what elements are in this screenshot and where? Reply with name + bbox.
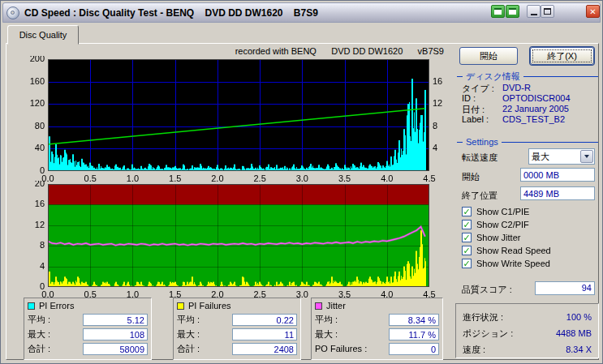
- checkbox-label: Show Jitter: [476, 233, 520, 242]
- speed-label: 速度 :: [463, 344, 485, 356]
- progress-label: 進行状況 :: [463, 311, 503, 323]
- position-value: 4488 MB: [556, 328, 592, 338]
- stat-value: 0.22: [232, 314, 297, 326]
- window-title: CD Speed : Disc Quality Test - BENQ DVD …: [24, 7, 318, 19]
- checkmark-icon: ✓: [463, 208, 470, 216]
- stat-label: 合計 :: [177, 343, 200, 355]
- start-button[interactable]: 開始: [459, 47, 518, 65]
- checkbox-box[interactable]: ✓: [462, 220, 472, 229]
- stat-label: 最大 :: [177, 328, 200, 340]
- stat-value: 58009: [83, 343, 148, 355]
- checkbox-box[interactable]: ✓: [462, 259, 472, 268]
- checkbox-box[interactable]: ✓: [462, 246, 472, 255]
- stat-value: 2408: [232, 343, 297, 355]
- pi-errors-legend-swatch: [28, 302, 35, 310]
- cd-icon: [6, 6, 19, 19]
- end-position-label: 終了位置: [462, 190, 497, 202]
- checkbox-label: Show C1/PIE: [476, 207, 529, 216]
- stat-label: 平均 :: [315, 314, 338, 326]
- stat-value: 8.34 %: [389, 314, 439, 326]
- checkbox-show-read-speed[interactable]: ✓ Show Read Speed: [462, 245, 551, 256]
- checkbox-label: Show Read Speed: [476, 246, 551, 255]
- quality-score-label: 品質スコア :: [462, 284, 512, 296]
- mini-window-icon: [494, 8, 502, 15]
- stat-value: 11: [232, 328, 297, 340]
- checkbox-box[interactable]: ✓: [462, 207, 472, 216]
- maximize-icon: [544, 8, 551, 15]
- checkbox-show-jitter[interactable]: ✓ Show Jitter: [462, 232, 520, 243]
- stat-label: 平均 :: [177, 314, 200, 326]
- stat-value: 5.12: [83, 314, 148, 326]
- disc-info-header-label: ディスク情報: [466, 71, 520, 83]
- speed-row: 速度 : 8.34 X: [463, 341, 592, 358]
- checkbox-show-write-speed[interactable]: ✓ Show Write Speed: [462, 258, 550, 269]
- disc-id-value: OPTODISCR004: [502, 93, 571, 103]
- pi-errors-panel: PI Errors 平均 :5.12 最大 :108 合計 :58009: [24, 298, 152, 360]
- minimize-icon: [531, 14, 537, 15]
- stat-label: 平均 :: [28, 314, 50, 326]
- disc-label-value: CDS_TEST_B2: [502, 114, 565, 124]
- minimize-button[interactable]: [527, 5, 541, 18]
- combo-dropdown-button[interactable]: [580, 150, 593, 163]
- checkbox-show-c1pie[interactable]: ✓ Show C1/PIE: [462, 206, 529, 217]
- toolbar-chart-window-icon-2[interactable]: [506, 5, 519, 18]
- transfer-speed-value: 最大: [529, 151, 580, 163]
- position-row: ポジション : 4488 MB: [463, 325, 592, 341]
- quality-score-value: 94: [535, 281, 595, 295]
- checkmark-icon: ✓: [463, 259, 470, 268]
- checkbox-box[interactable]: ✓: [462, 233, 472, 242]
- start-position-label: 開始: [462, 171, 480, 183]
- chevron-down-icon: [584, 155, 589, 158]
- close-icon: ✕: [589, 7, 596, 16]
- stat-value: 11.7 %: [389, 328, 439, 340]
- jitter-panel: Jitter 平均 :8.34 % 最大 :11.7 % PO Failures…: [311, 298, 443, 360]
- progress-row: 進行状況 : 100 %: [463, 309, 592, 325]
- jitter-legend-swatch: [315, 302, 322, 310]
- start-button-label: 開始: [480, 50, 497, 62]
- checkmark-icon: ✓: [463, 246, 470, 255]
- mini-window-icon: [509, 8, 516, 15]
- exit-button[interactable]: 終了(X): [530, 47, 594, 65]
- start-position-input[interactable]: [520, 168, 595, 182]
- maximize-button[interactable]: [541, 5, 554, 18]
- close-button[interactable]: ✕: [586, 5, 600, 18]
- settings-header: Settings: [457, 137, 598, 147]
- tab-disc-quality[interactable]: Disc Quality: [7, 25, 79, 45]
- recorded-with-label: recorded with BENQ DVD DD DW1620 vB7S9: [163, 46, 444, 56]
- app-window: CD Speed : Disc Quality Test - BENQ DVD …: [0, 0, 603, 364]
- pi-errors-speed-chart: [15, 56, 454, 184]
- pi-failures-jitter-chart: [15, 181, 454, 299]
- position-label: ポジション :: [463, 328, 513, 340]
- stat-label: 合計 :: [28, 343, 50, 355]
- checkmark-icon: ✓: [463, 233, 470, 242]
- tab-label: Disc Quality: [19, 30, 67, 40]
- checkbox-show-c2pif[interactable]: ✓ Show C2/PIF: [462, 219, 529, 230]
- stat-title: PI Failures: [188, 301, 231, 310]
- progress-value: 100 %: [566, 312, 592, 322]
- disc-id-row: ID : OPTODISCR004: [462, 93, 598, 103]
- disc-info-header: ディスク情報: [457, 71, 598, 83]
- stat-label: 最大 :: [315, 328, 338, 340]
- stat-label: 最大 :: [28, 328, 50, 340]
- pi-failures-panel: PI Failures 平均 :0.22 最大 :11 合計 :2408: [173, 298, 301, 360]
- speed-value: 8.34 X: [566, 345, 592, 354]
- settings-header-label: Settings: [466, 137, 498, 147]
- toolbar-chart-window-icon-1[interactable]: [491, 5, 505, 18]
- disc-label-label: Label :: [462, 114, 502, 124]
- checkbox-label: Show Write Speed: [476, 259, 550, 268]
- disc-label-row: Label : CDS_TEST_B2: [462, 114, 598, 124]
- disc-id-label: ID :: [462, 93, 502, 103]
- stat-label: PO Failures :: [315, 344, 367, 353]
- checkmark-icon: ✓: [463, 221, 470, 229]
- stat-value: 108: [83, 328, 148, 340]
- end-position-input[interactable]: [520, 186, 595, 200]
- status-panel: 進行状況 : 100 % ポジション : 4488 MB 速度 : 8.34 X: [455, 303, 599, 358]
- stat-title: Jitter: [326, 301, 346, 310]
- stat-title: PI Errors: [39, 301, 74, 310]
- transfer-speed-label: 転送速度: [462, 152, 497, 164]
- pi-failures-legend-swatch: [177, 302, 184, 310]
- checkbox-label: Show C2/PIF: [476, 220, 529, 229]
- stat-value: 0: [389, 343, 439, 355]
- transfer-speed-select[interactable]: 最大: [528, 148, 595, 165]
- exit-button-label: 終了(X): [547, 50, 577, 62]
